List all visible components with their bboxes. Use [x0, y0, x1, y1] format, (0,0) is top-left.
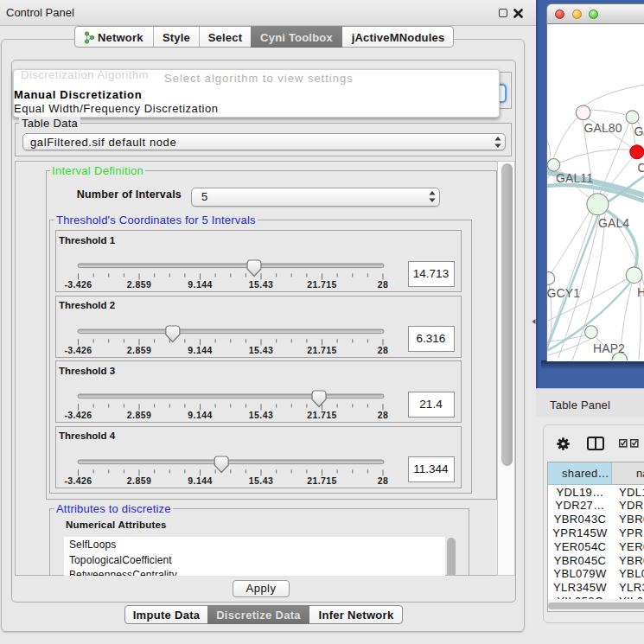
svg-text:15.43: 15.43 — [249, 345, 273, 355]
svg-text:28: 28 — [378, 279, 388, 290]
svg-text:21.715: 21.715 — [307, 475, 337, 486]
svg-text:-3.426: -3.426 — [64, 345, 92, 355]
svg-text:2.859: 2.859 — [127, 279, 151, 290]
svg-text:GA: GA — [634, 124, 644, 138]
svg-text:2.859: 2.859 — [127, 410, 151, 420]
svg-text:-3.426: -3.426 — [64, 279, 92, 290]
svg-text:21.715: 21.715 — [307, 279, 337, 290]
svg-text:GAL80: GAL80 — [584, 121, 622, 135]
svg-text:15.43: 15.43 — [249, 410, 273, 420]
svg-text:15.43: 15.43 — [249, 279, 273, 290]
svg-text:9.144: 9.144 — [188, 410, 212, 420]
svg-text:H: H — [637, 285, 644, 299]
svg-text:28: 28 — [378, 410, 388, 420]
svg-text:2.859: 2.859 — [127, 345, 151, 355]
svg-text:-3.426: -3.426 — [64, 475, 92, 486]
svg-text:9.144: 9.144 — [188, 279, 212, 290]
svg-text:9.144: 9.144 — [188, 345, 212, 355]
svg-text:GAL4: GAL4 — [598, 216, 629, 230]
svg-text:15.43: 15.43 — [249, 475, 273, 486]
svg-text:21.715: 21.715 — [307, 345, 337, 355]
svg-text:GCY1: GCY1 — [547, 286, 580, 300]
svg-text:GAL11: GAL11 — [556, 171, 593, 185]
svg-text:28: 28 — [378, 475, 388, 486]
svg-text:C: C — [638, 161, 644, 175]
svg-text:28: 28 — [378, 345, 388, 355]
svg-text:HAP2: HAP2 — [593, 341, 625, 355]
svg-text:9.144: 9.144 — [188, 475, 212, 486]
svg-text:2.859: 2.859 — [127, 475, 151, 486]
svg-text:-3.426: -3.426 — [64, 410, 92, 420]
svg-text:21.715: 21.715 — [307, 410, 337, 420]
